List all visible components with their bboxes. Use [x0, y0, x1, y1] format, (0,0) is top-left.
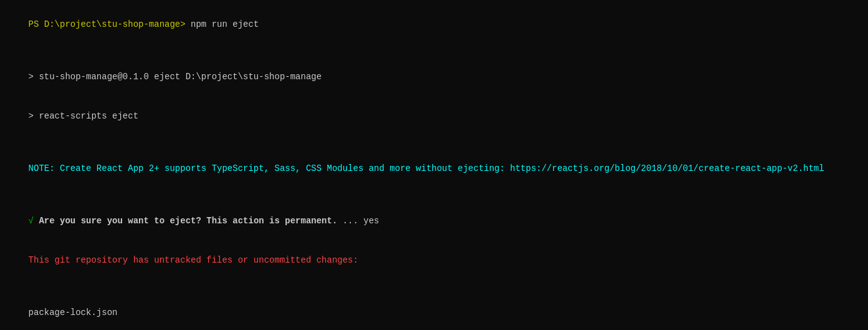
blank-line-2	[7, 136, 861, 149]
eject-line-1: > stu-shop-manage@0.1.0 eject D:\project…	[7, 57, 861, 97]
terminal-window: PS D:\project\stu-shop-manage> npm run e…	[0, 0, 868, 330]
confirm-line: √ Are you sure you want to eject? This a…	[7, 201, 861, 241]
blank-line-3	[7, 188, 861, 201]
prompt-line: PS D:\project\stu-shop-manage> npm run e…	[7, 5, 861, 44]
blank-line-4	[7, 280, 861, 293]
note-line: NOTE: Create React App 2+ supports TypeS…	[7, 149, 861, 188]
eject-line-2: > react-scripts eject	[7, 97, 861, 136]
blank-line	[7, 44, 861, 57]
file-line-1: package-lock.json	[7, 293, 861, 330]
git-warn-line: This git repository has untracked files …	[7, 241, 861, 280]
command-text: npm run eject	[191, 19, 259, 29]
prompt-text: PS D:\project\stu-shop-manage>	[29, 19, 191, 29]
